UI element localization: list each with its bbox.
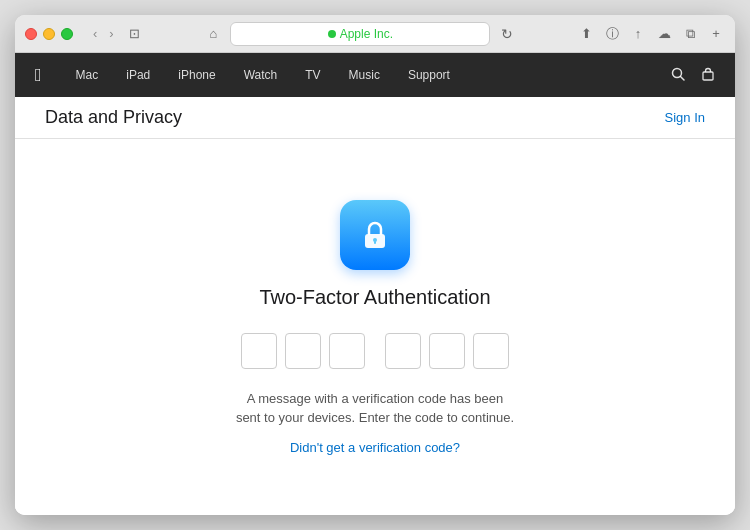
nav-item-mac[interactable]: Mac	[62, 53, 113, 97]
toolbar-icons: ⬆ ⓘ ↑ ☁ ⧉ +	[577, 25, 725, 43]
code-input-2[interactable]	[285, 333, 321, 369]
title-bar: ‹ › ⊡ ⌂ Apple Inc. ↻ ⬆ ⓘ ↑ ☁ ⧉ +	[15, 15, 735, 53]
address-text: Apple Inc.	[340, 27, 393, 41]
nav-right-icons	[671, 67, 715, 84]
cloud-icon[interactable]: ☁	[655, 25, 673, 43]
svg-line-1	[681, 76, 685, 80]
close-button[interactable]	[25, 28, 37, 40]
forward-button[interactable]: ›	[105, 24, 117, 43]
upload-icon[interactable]: ↑	[629, 25, 647, 43]
nav-item-music[interactable]: Music	[335, 53, 394, 97]
secure-indicator	[328, 30, 336, 38]
code-input-5[interactable]	[429, 333, 465, 369]
address-bar-container: ⌂ Apple Inc. ↻	[152, 22, 569, 46]
nav-item-watch[interactable]: Watch	[230, 53, 292, 97]
nav-item-ipad[interactable]: iPad	[112, 53, 164, 97]
maximize-button[interactable]	[61, 28, 73, 40]
apple-navbar:  Mac iPad iPhone Watch TV Music Support	[15, 53, 735, 97]
code-input-6[interactable]	[473, 333, 509, 369]
traffic-lights	[25, 28, 73, 40]
svg-rect-5	[374, 241, 376, 244]
share-icon[interactable]: ⬆	[577, 25, 595, 43]
main-content: Two-Factor Authentication A message with…	[15, 139, 735, 515]
info-icon[interactable]: ⓘ	[603, 25, 621, 43]
view-icon[interactable]: ⊡	[126, 25, 144, 43]
home-icon[interactable]: ⌂	[204, 25, 222, 43]
nav-item-tv[interactable]: TV	[291, 53, 334, 97]
bag-icon[interactable]	[701, 67, 715, 84]
verification-message: A message with a verification code has b…	[235, 389, 515, 428]
nav-buttons: ‹ ›	[89, 24, 118, 43]
two-factor-title: Two-Factor Authentication	[259, 286, 490, 309]
resend-link[interactable]: Didn't get a verification code?	[290, 440, 460, 455]
nav-item-iphone[interactable]: iPhone	[164, 53, 229, 97]
code-input-1[interactable]	[241, 333, 277, 369]
page-content:  Mac iPad iPhone Watch TV Music Support	[15, 53, 735, 515]
add-tab-icon[interactable]: +	[707, 25, 725, 43]
search-icon[interactable]	[671, 67, 685, 84]
code-input-4[interactable]	[385, 333, 421, 369]
svg-rect-2	[703, 72, 713, 80]
tabs-icon[interactable]: ⧉	[681, 25, 699, 43]
minimize-button[interactable]	[43, 28, 55, 40]
browser-window: ‹ › ⊡ ⌂ Apple Inc. ↻ ⬆ ⓘ ↑ ☁ ⧉ +  Mac	[15, 15, 735, 515]
page-title: Data and Privacy	[45, 107, 182, 128]
nav-item-support[interactable]: Support	[394, 53, 464, 97]
address-bar[interactable]: Apple Inc.	[230, 22, 490, 46]
code-inputs	[241, 333, 509, 369]
nav-items: Mac iPad iPhone Watch TV Music Support	[62, 53, 671, 97]
apple-logo[interactable]: 	[35, 65, 42, 86]
lock-icon	[356, 216, 394, 254]
code-input-3[interactable]	[329, 333, 365, 369]
lock-icon-container	[340, 200, 410, 270]
sign-in-link[interactable]: Sign In	[665, 110, 705, 125]
sub-header: Data and Privacy Sign In	[15, 97, 735, 139]
refresh-icon[interactable]: ↻	[498, 25, 516, 43]
back-button[interactable]: ‹	[89, 24, 101, 43]
